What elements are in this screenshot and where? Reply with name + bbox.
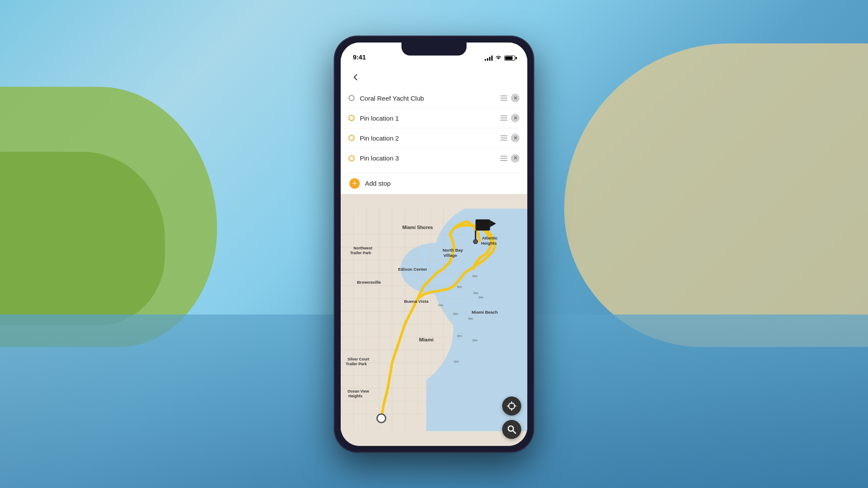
phone-frame: 9:41 [334,36,534,452]
svg-text:0m: 0m [454,360,459,364]
svg-text:Atlantic: Atlantic [482,236,498,240]
remove-stop-button[interactable]: ✕ [511,134,519,142]
svg-point-30 [377,414,386,422]
route-item-label: Coral Reef Yacht Club [360,95,495,102]
origin-dot [349,95,355,101]
route-item-controls: ✕ [500,94,519,102]
nav-panel: Coral Reef Yacht Club ✕ [341,64,527,194]
svg-text:0m: 0m [479,295,483,299]
bg-sand-right [564,43,868,347]
back-arrow-icon [351,73,360,82]
route-item: Coral Reef Yacht Club ✕ [344,88,524,108]
waypoint-dot [349,115,355,121]
bg-land-left2 [0,152,165,325]
svg-text:Miami Shores: Miami Shores [402,225,433,230]
wifi-icon [495,55,502,62]
svg-text:0m: 0m [438,303,443,307]
svg-text:Brownsville: Brownsville [357,279,381,284]
svg-text:0m: 0m [457,334,462,337]
svg-text:Ocean View: Ocean View [348,389,369,393]
route-item-controls: ✕ [500,154,519,163]
search-icon [507,425,516,434]
drag-handle-icon[interactable] [500,95,507,101]
route-item: Pin location 2 ✕ [344,128,524,148]
route-item: Pin location 3 ✕ [344,148,524,168]
route-item-label: Pin location 3 [360,154,495,162]
svg-point-29 [473,239,478,244]
crosshair-icon [507,401,516,411]
svg-rect-26 [476,219,490,230]
notch [401,43,467,56]
add-stop-button[interactable]: + Add stop [342,173,526,194]
waypoint-dot [349,155,355,161]
remove-stop-button[interactable]: ✕ [511,114,519,122]
svg-text:0m: 0m [453,311,458,315]
svg-text:Trailer Park: Trailer Park [350,250,371,255]
svg-text:Silver Court: Silver Court [348,357,369,361]
svg-text:0m: 0m [473,291,478,295]
svg-text:0m: 0m [457,285,462,288]
map-area[interactable]: 0m 0m 0m 0m 0m 0m 0m 0m 0m 0m Miami Shor… [341,194,527,446]
svg-line-63 [513,431,516,433]
svg-text:0m: 0m [473,274,477,278]
drag-handle-icon[interactable] [500,115,507,121]
route-item-controls: ✕ [500,114,519,122]
add-icon: + [349,178,360,189]
route-list: Coral Reef Yacht Club ✕ [341,88,527,173]
svg-text:North Bay: North Bay [443,247,464,252]
svg-text:Village: Village [444,252,457,257]
svg-text:Northwest: Northwest [354,246,372,250]
route-item: Pin location 1 ✕ [344,108,524,128]
battery-icon [504,56,515,61]
svg-text:Miami: Miami [419,336,434,342]
nav-header [341,64,527,88]
back-button[interactable] [348,69,363,85]
svg-text:Edison Center: Edison Center [398,267,427,272]
search-map-button[interactable] [502,420,521,439]
remove-stop-button[interactable]: ✕ [511,94,519,102]
status-time: 9:41 [353,53,366,62]
svg-text:Miami Beach: Miami Beach [472,309,498,314]
svg-text:0m: 0m [473,338,477,342]
route-item-label: Pin location 2 [360,134,495,142]
drag-handle-icon[interactable] [500,156,507,161]
signal-icon [485,56,493,61]
location-button[interactable] [502,396,521,416]
svg-text:Heights: Heights [481,240,497,245]
svg-text:Trailer Park: Trailer Park [346,362,367,366]
svg-text:Buena Vista: Buena Vista [404,299,429,304]
status-icons [485,55,515,62]
svg-text:Heights: Heights [349,394,363,398]
map-svg: 0m 0m 0m 0m 0m 0m 0m 0m 0m 0m Miami Shor… [341,194,527,446]
add-stop-label: Add stop [365,180,391,187]
svg-point-57 [509,403,515,409]
svg-text:0m: 0m [468,317,473,321]
phone-screen: 9:41 [341,43,527,446]
remove-stop-button[interactable]: ✕ [511,154,519,163]
phone-inner: 9:41 [335,37,533,451]
drag-handle-icon[interactable] [500,135,507,141]
waypoint-dot [349,135,355,141]
route-item-label: Pin location 1 [360,115,495,122]
route-item-controls: ✕ [500,134,519,142]
